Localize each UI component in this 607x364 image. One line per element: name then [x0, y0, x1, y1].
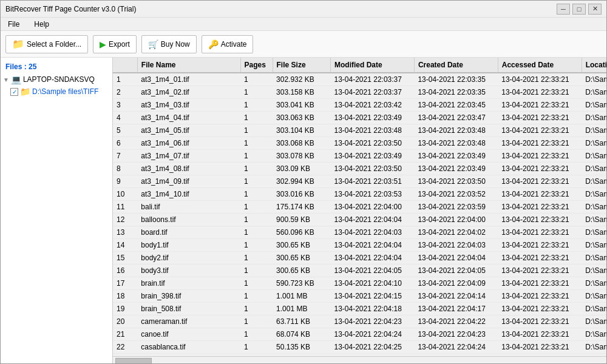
col-header-modified: Modified Date [330, 58, 414, 73]
menu-help[interactable]: Help [29, 19, 54, 30]
cell-4: 13-04-2021 22:03:50 [330, 137, 414, 150]
hscroll-thumb[interactable] [115, 358, 152, 364]
cell-0: 19 [113, 303, 137, 315]
table-row[interactable]: 18brain_398.tif11.001 MB13-04-2021 22:04… [113, 290, 606, 303]
activate-label: Activate [221, 40, 247, 49]
cell-4: 13-04-2021 22:03:53 [330, 188, 414, 201]
cell-4: 13-04-2021 22:04:04 [330, 214, 414, 226]
cell-0: 3 [113, 99, 137, 112]
select-folder-button[interactable]: 📁 Select a Folder... [5, 35, 88, 53]
table-row[interactable]: 16body3.tif1300.65 KB13-04-2021 22:04:05… [113, 265, 606, 277]
cell-5: 13-04-2021 22:04:04 [414, 252, 498, 265]
cell-2: 1 [240, 328, 273, 341]
menu-file[interactable]: File [3, 19, 24, 30]
table-row[interactable]: 14body1.tif1300.65 KB13-04-2021 22:04:04… [113, 239, 606, 252]
cell-5: 13-04-2021 22:04:17 [414, 303, 498, 315]
table-row[interactable]: 11bali.tif1175.174 KB13-04-2021 22:04:00… [113, 201, 606, 214]
cell-3: 68.074 KB [273, 328, 330, 341]
cell-1: at3_1m4_02.tif [137, 86, 240, 99]
cell-0: 10 [113, 188, 137, 201]
cell-6: 13-04-2021 22:33:21 [498, 201, 582, 214]
minimize-button[interactable]: ─ [557, 4, 570, 15]
files-table: File Name Pages File Size Modified Date … [113, 58, 606, 356]
table-row[interactable]: 4at3_1m4_04.tif1303.063 KB13-04-2021 22:… [113, 112, 606, 124]
cell-3: 560.096 KB [273, 226, 330, 239]
maximize-button[interactable]: □ [572, 4, 586, 15]
table-row[interactable]: 17brain.tif1590.723 KB13-04-2021 22:04:1… [113, 277, 606, 290]
cell-6: 13-04-2021 22:33:21 [498, 239, 582, 252]
cell-6: 13-04-2021 22:33:21 [498, 328, 582, 341]
table-row[interactable]: 13board.tif1560.096 KB13-04-2021 22:04:0… [113, 226, 606, 239]
buy-now-button[interactable]: 🛒 Buy Now [141, 35, 197, 53]
cell-5: 13-04-2021 22:04:22 [414, 315, 498, 328]
table-row[interactable]: 5at3_1m4_05.tif1303.104 KB13-04-2021 22:… [113, 124, 606, 137]
cell-6: 13-04-2021 22:33:21 [498, 226, 582, 239]
cell-7: D:\Sample files\ [582, 315, 606, 328]
cell-0: 9 [113, 175, 137, 188]
cell-2: 1 [240, 214, 273, 226]
cell-2: 1 [240, 341, 273, 354]
cell-1: brain_398.tif [137, 290, 240, 303]
title-bar: BitRecover Tiff Page Counter v3.0 (Trial… [1, 1, 606, 18]
expand-icon: ▼ [3, 76, 9, 83]
table-row[interactable]: 6at3_1m4_06.tif1303.068 KB13-04-2021 22:… [113, 137, 606, 150]
table-header-row: File Name Pages File Size Modified Date … [113, 58, 606, 73]
table-container[interactable]: File Name Pages File Size Modified Date … [113, 58, 606, 356]
export-icon: ▶ [100, 39, 106, 49]
table-row[interactable]: 10at3_1m4_10.tif1303.016 KB13-04-2021 22… [113, 188, 606, 201]
col-header-size: File Size [273, 58, 330, 73]
cell-2: 1 [240, 252, 273, 265]
cell-0: 11 [113, 201, 137, 214]
cell-7: D:\Sample files\ [582, 163, 606, 175]
close-button[interactable]: ✕ [588, 4, 602, 15]
folder-checkbox[interactable]: ✓ [10, 88, 18, 96]
tree-laptop-node[interactable]: ▼ 💻 LAPTOP-SNDAKSVQ [1, 73, 112, 86]
main-content: Files : 25 ▼ 💻 LAPTOP-SNDAKSVQ ✓ 📁 D:\Sa… [1, 58, 606, 364]
cell-2: 1 [240, 277, 273, 290]
cell-4: 13-04-2021 22:04:15 [330, 290, 414, 303]
export-button[interactable]: ▶ Export [93, 35, 137, 53]
cell-7: D:\Sample files\ [582, 252, 606, 265]
col-header-no [113, 58, 137, 73]
cell-1: board.tif [137, 226, 240, 239]
col-header-location: Location [582, 58, 606, 73]
cell-5: 13-04-2021 22:03:45 [414, 99, 498, 112]
cell-6: 13-04-2021 22:33:21 [498, 150, 582, 163]
cell-3: 63.711 KB [273, 315, 330, 328]
toolbar: 📁 Select a Folder... ▶ Export 🛒 Buy Now … [1, 31, 606, 58]
cell-3: 900.59 KB [273, 214, 330, 226]
cell-4: 13-04-2021 22:03:37 [330, 86, 414, 99]
cell-6: 13-04-2021 22:33:21 [498, 137, 582, 150]
cell-2: 1 [240, 201, 273, 214]
table-row[interactable]: 15body2.tif1300.65 KB13-04-2021 22:04:04… [113, 252, 606, 265]
cell-5: 13-04-2021 22:04:09 [414, 277, 498, 290]
table-row[interactable]: 9at3_1m4_09.tif1302.994 KB13-04-2021 22:… [113, 175, 606, 188]
table-row[interactable]: 19brain_508.tif11.001 MB13-04-2021 22:04… [113, 303, 606, 315]
cell-1: brain_508.tif [137, 303, 240, 315]
table-row[interactable]: 1at3_1m4_01.tif1302.932 KB13-04-2021 22:… [113, 73, 606, 86]
table-row[interactable]: 12balloons.tif1900.59 KB13-04-2021 22:04… [113, 214, 606, 226]
cell-2: 1 [240, 124, 273, 137]
cell-2: 1 [240, 163, 273, 175]
cell-3: 303.016 KB [273, 188, 330, 201]
cell-2: 1 [240, 99, 273, 112]
cell-1: body3.tif [137, 265, 240, 277]
cell-6: 13-04-2021 22:33:21 [498, 163, 582, 175]
cell-0: 18 [113, 290, 137, 303]
horizontal-scrollbar[interactable] [113, 356, 606, 364]
table-row[interactable]: 3at3_1m4_03.tif1303.041 KB13-04-2021 22:… [113, 99, 606, 112]
cell-7: D:\Sample files\ [582, 290, 606, 303]
table-row[interactable]: 7at3_1m4_07.tif1303.078 KB13-04-2021 22:… [113, 150, 606, 163]
cell-2: 1 [240, 290, 273, 303]
table-row[interactable]: 20cameraman.tif163.711 KB13-04-2021 22:0… [113, 315, 606, 328]
activate-button[interactable]: 🔑 Activate [202, 35, 254, 53]
cell-6: 13-04-2021 22:33:21 [498, 341, 582, 354]
export-label: Export [109, 40, 130, 49]
cell-6: 13-04-2021 22:33:21 [498, 112, 582, 124]
table-row[interactable]: 2at3_1m4_02.tif1303.158 KB13-04-2021 22:… [113, 86, 606, 99]
table-row[interactable]: 22casablanca.tif150.135 KB13-04-2021 22:… [113, 341, 606, 354]
tree-folder-node[interactable]: ✓ 📁 D:\Sample files\TIFF [1, 86, 112, 98]
table-row[interactable]: 21canoe.tif168.074 KB13-04-2021 22:04:24… [113, 328, 606, 341]
table-row[interactable]: 8at3_1m4_08.tif1303.09 KB13-04-2021 22:0… [113, 163, 606, 175]
cell-4: 13-04-2021 22:03:48 [330, 124, 414, 137]
